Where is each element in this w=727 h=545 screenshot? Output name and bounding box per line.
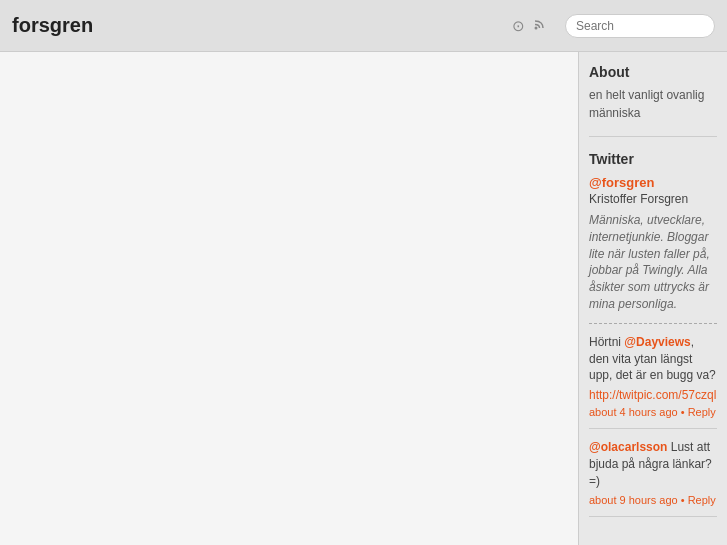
content-wrapper: About en helt vanligt ovanlig människa T… xyxy=(0,52,727,545)
twitter-title: Twitter xyxy=(589,151,717,167)
twitter-bio: Människa, utvecklare, internetjunkie. Bl… xyxy=(589,212,717,313)
tweet-meta: about 4 hours ago • Reply xyxy=(589,406,717,418)
twitter-name: Kristoffer Forsgren xyxy=(589,192,717,206)
tweet-time: about 4 hours ago xyxy=(589,406,678,418)
tweet-mention[interactable]: @olacarlsson xyxy=(589,440,667,454)
reply-button[interactable]: Reply xyxy=(688,406,716,418)
tweet-text-prefix: Hörtni xyxy=(589,335,624,349)
tweet-time: about 9 hours ago xyxy=(589,494,678,506)
header: forsgren ⊙ xyxy=(0,0,727,52)
svg-point-0 xyxy=(535,27,538,30)
tweet-mention[interactable]: @Dayviews xyxy=(624,335,690,349)
about-text: en helt vanligt ovanlig människa xyxy=(589,86,717,122)
tweet-link[interactable]: http://twitpic.com/57czql xyxy=(589,388,717,402)
about-section: About en helt vanligt ovanlig människa xyxy=(589,64,717,137)
header-icons: ⊙ xyxy=(512,17,547,35)
tweet-separator: • xyxy=(681,406,688,418)
rss-icon[interactable] xyxy=(533,17,547,34)
about-title: About xyxy=(589,64,717,80)
search-input[interactable] xyxy=(565,14,715,38)
tweet-meta: about 9 hours ago • Reply xyxy=(589,494,717,506)
tweet-text: @olacarlsson Lust att bjuda på några län… xyxy=(589,439,717,489)
tweet-text: Hörtni @Dayviews, den vita ytan längst u… xyxy=(589,334,717,384)
twitter-handle[interactable]: @forsgren xyxy=(589,175,717,190)
tweet-item: @olacarlsson Lust att bjuda på några län… xyxy=(589,439,717,516)
reply-button[interactable]: Reply xyxy=(688,494,716,506)
site-title: forsgren xyxy=(12,14,93,37)
sidebar: About en helt vanligt ovanlig människa T… xyxy=(579,52,727,545)
tweet-item: Hörtni @Dayviews, den vita ytan längst u… xyxy=(589,334,717,429)
tweet-separator: • xyxy=(681,494,688,506)
tweet-divider xyxy=(589,323,717,324)
main-content xyxy=(0,52,579,545)
twitter-section: Twitter @forsgren Kristoffer Forsgren Mä… xyxy=(589,151,717,541)
clock-icon[interactable]: ⊙ xyxy=(512,17,525,35)
